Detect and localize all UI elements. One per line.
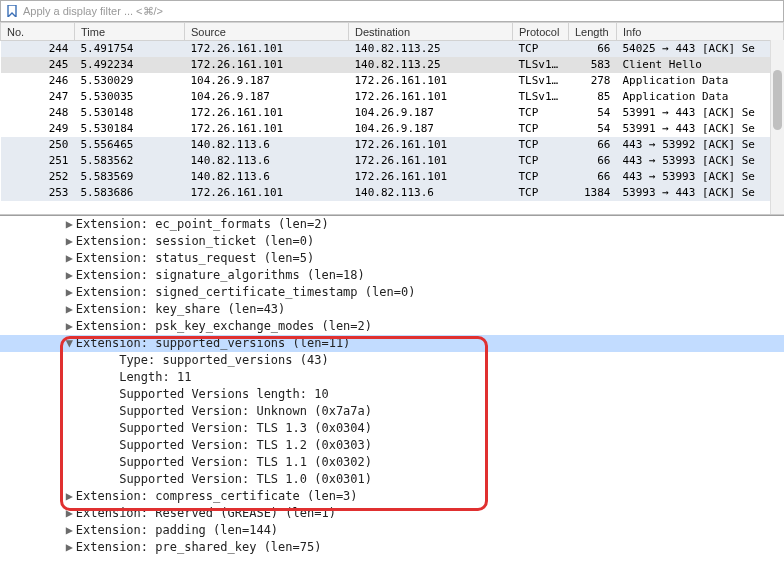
cell-time: 5.583562	[75, 153, 185, 169]
packet-row[interactable]: 2525.583569140.82.113.6172.26.161.101TCP…	[1, 169, 784, 185]
cell-src: 172.26.161.101	[185, 121, 349, 137]
cell-time: 5.530035	[75, 89, 185, 105]
tree-expand-icon[interactable]: ▶	[66, 522, 76, 539]
packet-row[interactable]: 2455.492234172.26.161.101140.82.113.25TL…	[1, 57, 784, 73]
cell-dst: 104.26.9.187	[349, 121, 513, 137]
cell-proto: TLSv1…	[513, 89, 569, 105]
display-filter-bar[interactable]	[0, 0, 784, 22]
cell-dst: 104.26.9.187	[349, 105, 513, 121]
cell-dst: 140.82.113.25	[349, 57, 513, 73]
cell-src: 172.26.161.101	[185, 105, 349, 121]
col-header-no[interactable]: No.	[1, 23, 75, 41]
extension-item[interactable]: ▶Extension: pre_shared_key (len=75)	[0, 539, 784, 556]
cell-dst: 140.82.113.25	[349, 41, 513, 57]
packet-row[interactable]: 2475.530035104.26.9.187172.26.161.101TLS…	[1, 89, 784, 105]
cell-src: 104.26.9.187	[185, 73, 349, 89]
cell-no: 244	[1, 41, 75, 57]
tree-expand-icon[interactable]: ▶	[66, 505, 76, 522]
packet-row[interactable]: 2495.530184172.26.161.101104.26.9.187TCP…	[1, 121, 784, 137]
display-filter-input[interactable]	[23, 5, 779, 17]
cell-len: 278	[569, 73, 617, 89]
cell-len: 66	[569, 169, 617, 185]
tree-expand-icon[interactable]: ▶	[66, 284, 76, 301]
extension-child[interactable]: Supported Version: TLS 1.0 (0x0301)	[0, 471, 784, 488]
cell-src: 140.82.113.6	[185, 153, 349, 169]
extension-item[interactable]: ▶Extension: status_request (len=5)	[0, 250, 784, 267]
tree-expand-icon[interactable]: ▶	[66, 539, 76, 556]
cell-no: 247	[1, 89, 75, 105]
tree-expand-icon[interactable]: ▶	[66, 318, 76, 335]
cell-src: 172.26.161.101	[185, 41, 349, 57]
extension-item[interactable]: ▶Extension: key_share (len=43)	[0, 301, 784, 318]
extension-item[interactable]: ▶Extension: signed_certificate_timestamp…	[0, 284, 784, 301]
tree-expand-icon[interactable]: ▶	[66, 301, 76, 318]
cell-proto: TLSv1…	[513, 73, 569, 89]
col-header-time[interactable]: Time	[75, 23, 185, 41]
cell-info: 53991 → 443 [ACK] Se	[617, 105, 784, 121]
packet-row[interactable]: 2535.583686172.26.161.101140.82.113.6TCP…	[1, 185, 784, 201]
tree-expand-icon[interactable]: ▶	[66, 488, 76, 505]
col-header-length[interactable]: Length	[569, 23, 617, 41]
cell-info: 53991 → 443 [ACK] Se	[617, 121, 784, 137]
cell-info: Application Data	[617, 73, 784, 89]
tree-expand-icon[interactable]: ▶	[66, 216, 76, 233]
cell-proto: TCP	[513, 169, 569, 185]
extension-item[interactable]: ▶Extension: compress_certificate (len=3)	[0, 488, 784, 505]
tree-expand-icon[interactable]: ▶	[66, 267, 76, 284]
packet-row[interactable]: 2515.583562140.82.113.6172.26.161.101TCP…	[1, 153, 784, 169]
extension-child[interactable]: Supported Version: TLS 1.3 (0x0304)	[0, 420, 784, 437]
cell-info: 443 → 53993 [ACK] Se	[617, 169, 784, 185]
extension-item[interactable]: ▶Extension: padding (len=144)	[0, 522, 784, 539]
col-header-source[interactable]: Source	[185, 23, 349, 41]
extension-item[interactable]: ▶Extension: signature_algorithms (len=18…	[0, 267, 784, 284]
cell-proto: TCP	[513, 153, 569, 169]
extension-child[interactable]: Supported Version: TLS 1.2 (0x0303)	[0, 437, 784, 454]
cell-proto: TCP	[513, 121, 569, 137]
cell-info: 54025 → 443 [ACK] Se	[617, 41, 784, 57]
cell-len: 54	[569, 105, 617, 121]
packet-row[interactable]: 2465.530029104.26.9.187172.26.161.101TLS…	[1, 73, 784, 89]
packet-row[interactable]: 2485.530148172.26.161.101104.26.9.187TCP…	[1, 105, 784, 121]
cell-len: 66	[569, 137, 617, 153]
cell-no: 251	[1, 153, 75, 169]
packet-list-pane: No. Time Source Destination Protocol Len…	[0, 22, 784, 214]
tree-expand-icon[interactable]: ▶	[66, 250, 76, 267]
col-header-destination[interactable]: Destination	[349, 23, 513, 41]
extension-item[interactable]: ▶Extension: ec_point_formats (len=2)	[0, 216, 784, 233]
bookmark-icon[interactable]	[5, 4, 19, 18]
extension-child[interactable]: Type: supported_versions (43)	[0, 352, 784, 369]
extension-child[interactable]: Length: 11	[0, 369, 784, 386]
cell-dst: 172.26.161.101	[349, 153, 513, 169]
col-header-protocol[interactable]: Protocol	[513, 23, 569, 41]
extension-child[interactable]: Supported Versions length: 10	[0, 386, 784, 403]
scrollbar-thumb[interactable]	[773, 70, 782, 130]
cell-time: 5.491754	[75, 41, 185, 57]
packet-row[interactable]: 2505.556465140.82.113.6172.26.161.101TCP…	[1, 137, 784, 153]
cell-info: Application Data	[617, 89, 784, 105]
cell-time: 5.492234	[75, 57, 185, 73]
extension-child[interactable]: Supported Version: TLS 1.1 (0x0302)	[0, 454, 784, 471]
cell-len: 66	[569, 41, 617, 57]
packet-row[interactable]: 2445.491754172.26.161.101140.82.113.25TC…	[1, 41, 784, 57]
packet-list-header[interactable]: No. Time Source Destination Protocol Len…	[1, 23, 784, 41]
packet-list-scrollbar[interactable]	[770, 40, 784, 214]
cell-len: 1384	[569, 185, 617, 201]
cell-proto: TCP	[513, 105, 569, 121]
cell-src: 140.82.113.6	[185, 169, 349, 185]
cell-src: 140.82.113.6	[185, 137, 349, 153]
cell-proto: TCP	[513, 41, 569, 57]
extension-item[interactable]: ▶Extension: Reserved (GREASE) (len=1)	[0, 505, 784, 522]
extension-child[interactable]: Supported Version: Unknown (0x7a7a)	[0, 403, 784, 420]
packet-details-pane: ▶Extension: ec_point_formats (len=2) ▶Ex…	[0, 216, 784, 576]
cell-info: 53993 → 443 [ACK] Se	[617, 185, 784, 201]
extension-item[interactable]: ▶Extension: psk_key_exchange_modes (len=…	[0, 318, 784, 335]
extension-item-selected[interactable]: ▼Extension: supported_versions (len=11)	[0, 335, 784, 352]
tree-expand-icon[interactable]: ▶	[66, 233, 76, 250]
extension-item[interactable]: ▶Extension: session_ticket (len=0)	[0, 233, 784, 250]
cell-time: 5.583686	[75, 185, 185, 201]
cell-len: 54	[569, 121, 617, 137]
cell-no: 252	[1, 169, 75, 185]
tree-expand-icon[interactable]: ▼	[66, 335, 76, 352]
cell-proto: TCP	[513, 137, 569, 153]
col-header-info[interactable]: Info	[617, 23, 784, 41]
